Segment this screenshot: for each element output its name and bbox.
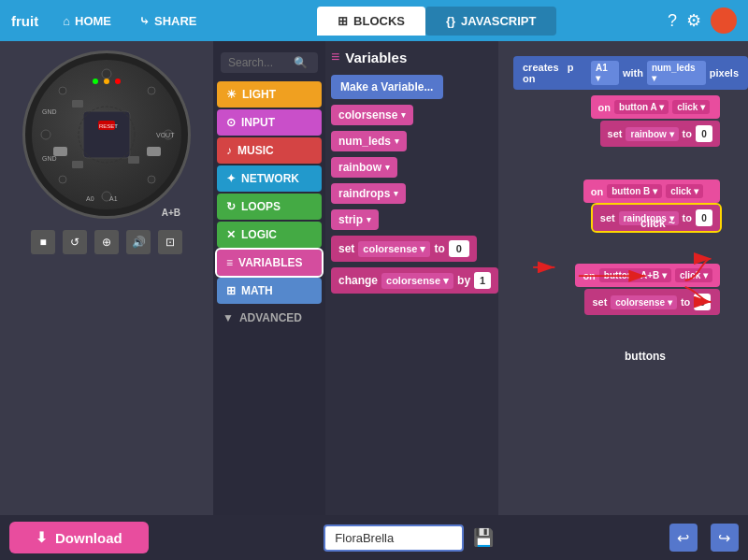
category-panel: 🔍 ☀ LIGHT ⊙ INPUT ♪ MUSIC ✦ NETWORK ↻ LO… (213, 41, 325, 515)
avatar (711, 7, 737, 34)
expand-button[interactable]: ⊡ (158, 230, 182, 254)
sidebar-item-math[interactable]: ⊞ MATH (217, 278, 322, 304)
chevron-down-icon: ▾ (367, 215, 371, 224)
download-icon: ⬇ (36, 529, 48, 546)
svg-text:RESET: RESET (99, 123, 118, 129)
audio-button[interactable]: 🔊 (126, 230, 151, 254)
var-block-colorsense[interactable]: colorsense ▾ (331, 105, 413, 125)
colorsense-select[interactable]: colorsense ▾ (611, 295, 677, 309)
svg-rect-22 (128, 156, 139, 164)
make-variable-button[interactable]: Make a Variable... (331, 75, 443, 99)
svg-point-9 (93, 79, 98, 84)
btn-ab-select[interactable]: buttons A+B ▾ (599, 268, 671, 282)
sidebar-item-network[interactable]: ✦ NETWORK (217, 165, 322, 192)
undo-button[interactable]: ↩ (669, 524, 698, 552)
home-icon: ⌂ (63, 14, 70, 28)
svg-text:A1: A1 (109, 195, 118, 202)
search-row: 🔍 (221, 52, 318, 73)
svg-point-7 (148, 176, 155, 183)
buttons-annotation: buttons (625, 350, 666, 363)
button-ab-group: on buttons A+B ▾ click ▾ set colorsense … (575, 264, 720, 315)
on-button-a-block[interactable]: on button A ▾ click ▾ (591, 95, 720, 119)
save-button[interactable]: 💾 (473, 527, 494, 548)
variables-panel-icon: ≡ (331, 49, 339, 65)
project-name-input[interactable] (324, 524, 464, 552)
blocks-icon: ⊞ (338, 14, 348, 28)
chevron-down-icon: ▾ (394, 189, 398, 198)
on-button-b-block[interactable]: on button B ▾ click ▾ (583, 179, 720, 203)
panel-title: ≡ Variables (331, 49, 493, 65)
sidebar-item-light[interactable]: ☀ LIGHT (217, 81, 322, 108)
chevron-down-icon: ▾ (385, 163, 390, 172)
svg-point-5 (148, 87, 155, 94)
svg-point-6 (59, 176, 66, 183)
blocks-panel: ≡ Variables Make a Variable... colorsens… (325, 41, 498, 515)
download-button[interactable]: ⬇ Download (9, 522, 149, 553)
reset-button[interactable]: ↺ (63, 230, 87, 254)
share-button[interactable]: ⤷ SHARE (130, 10, 207, 32)
tab-javascript[interactable]: {} JAVASCRIPT (425, 7, 557, 36)
set-rainbow-block[interactable]: set rainbow ▾ to 0 (600, 121, 720, 147)
btn-a-select[interactable]: button A ▾ (614, 100, 669, 114)
board-svg: GND GND VOUT A0 A1 RESET (35, 63, 180, 208)
sidebar-item-input[interactable]: ⊙ INPUT (217, 109, 322, 136)
change-block[interactable]: change colorsense▾ by 1 (331, 267, 498, 294)
tab-blocks[interactable]: ⊞ BLOCKS (317, 7, 425, 36)
sidebar-item-loops[interactable]: ↻ LOOPS (217, 194, 322, 220)
stop-button[interactable]: ■ (31, 230, 55, 254)
svg-text:GND: GND (42, 155, 57, 162)
js-icon: {} (446, 14, 455, 28)
pin-select[interactable]: A1 ▾ (591, 61, 619, 85)
svg-point-10 (104, 79, 109, 84)
search-icon: 🔍 (294, 56, 308, 69)
help-button[interactable]: ? (668, 11, 677, 31)
click-ab-select[interactable]: click ▾ (675, 268, 712, 282)
var-block-rainbow[interactable]: rainbow ▾ (331, 157, 397, 178)
sidebar-item-advanced[interactable]: ▼ ADVANCED (213, 305, 325, 331)
light-icon: ☀ (226, 88, 237, 101)
set-block[interactable]: set colorsense▾ to 0 (331, 236, 477, 262)
btn-b-select[interactable]: button B ▾ (607, 184, 662, 198)
set-colorsense-block[interactable]: set colorsense ▾ to 0 (584, 289, 720, 315)
sidebar-item-logic[interactable]: ✕ LOGIC (217, 222, 322, 248)
click-b-select[interactable]: click ▾ (666, 184, 703, 198)
var-block-raindrops[interactable]: raindrops ▾ (331, 183, 406, 204)
var-block-strip[interactable]: strip ▾ (331, 209, 379, 230)
svg-rect-23 (72, 161, 83, 168)
bottom-bar: ⬇ Download 💾 ↩ ↪ (0, 515, 748, 560)
change-val: 1 (474, 272, 491, 289)
val-0-a: 0 (696, 125, 712, 142)
svg-point-11 (115, 79, 121, 84)
settings-button[interactable]: ⚙ (686, 10, 701, 31)
rainbow-select[interactable]: rainbow ▾ (626, 127, 678, 141)
create-pixel-block[interactable]: creates p on A1 ▾ with num_leds ▾ pixels (513, 56, 748, 90)
variables-icon: ≡ (226, 256, 233, 269)
chevron-down-icon: ▾ (395, 136, 399, 146)
set-var-inline: colorsense▾ (358, 241, 430, 257)
top-nav: fruit ⌂ HOME ⤷ SHARE ⊞ BLOCKS {} JAVASCR… (0, 0, 748, 41)
home-button[interactable]: ⌂ HOME (53, 10, 121, 32)
svg-rect-18 (147, 147, 161, 156)
click-a-select[interactable]: click ▾ (672, 100, 710, 114)
svg-text:GND: GND (42, 108, 57, 115)
device-controls: ■ ↺ ⊕ 🔊 ⊡ (31, 230, 182, 254)
math-icon: ⊞ (226, 284, 236, 297)
numleds-select[interactable]: num_leds ▾ (647, 61, 706, 85)
sidebar-item-music[interactable]: ♪ MUSIC (217, 137, 322, 164)
on-button-ab-block[interactable]: on buttons A+B ▾ click ▾ (575, 264, 720, 287)
input-icon: ⊙ (226, 116, 236, 129)
change-var-inline: colorsense▾ (381, 273, 453, 289)
svg-rect-8 (83, 111, 130, 158)
plus-button[interactable]: ⊕ (94, 230, 119, 254)
svg-rect-17 (53, 147, 67, 156)
svg-point-4 (59, 87, 66, 94)
svg-rect-21 (72, 100, 83, 108)
network-icon: ✦ (226, 172, 236, 185)
nav-right: ? ⚙ (668, 7, 737, 34)
var-block-numleds[interactable]: num_leds ▾ (331, 131, 407, 151)
redo-button[interactable]: ↪ (711, 524, 739, 552)
sidebar-item-variables[interactable]: ≡ VARIABLES (217, 250, 322, 276)
advanced-chevron-icon: ▼ (223, 311, 234, 324)
svg-point-2 (41, 130, 50, 139)
search-input[interactable] (228, 56, 294, 69)
